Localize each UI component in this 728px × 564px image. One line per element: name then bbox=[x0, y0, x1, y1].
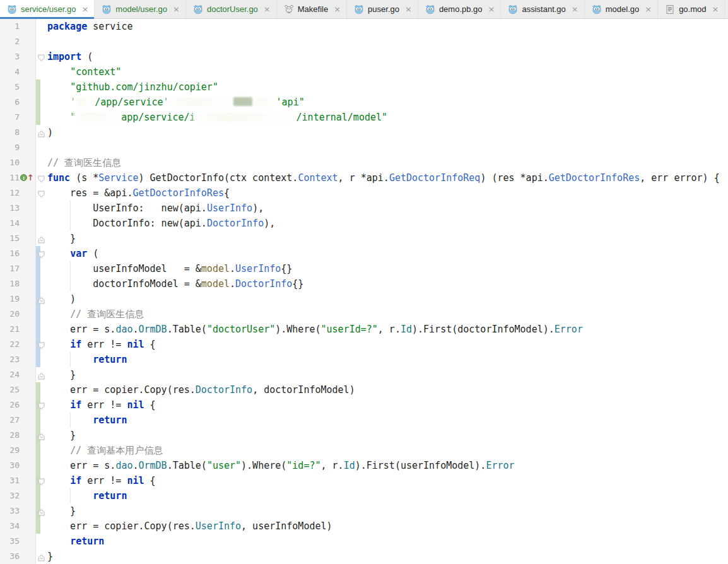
code-text[interactable]: UserInfo: new(api.UserInfo), bbox=[36, 201, 728, 216]
code-text[interactable]: doctorInfoModel = &model.DoctorInfo{} bbox=[36, 276, 728, 291]
code-line[interactable]: 22 if err != nil { bbox=[0, 337, 728, 352]
line-number[interactable]: 26 bbox=[0, 397, 20, 413]
code-line[interactable]: 16 var ( bbox=[0, 246, 728, 261]
line-number[interactable]: 7 bbox=[0, 110, 20, 125]
code-line[interactable]: 18 doctorInfoModel = &model.DoctorInfo{} bbox=[0, 276, 728, 291]
code-line[interactable]: 13 UserInfo: new(api.UserInfo), bbox=[0, 201, 728, 216]
line-number[interactable]: 36 bbox=[0, 549, 20, 564]
line-number[interactable]: 10 bbox=[0, 155, 20, 170]
overrides-up-arrow-icon[interactable]: ↑ bbox=[27, 173, 34, 182]
line-number[interactable]: 18 bbox=[0, 276, 20, 291]
code-line[interactable]: 24 } bbox=[0, 367, 728, 382]
tab-close-icon[interactable]: × bbox=[264, 5, 271, 13]
code-line[interactable]: 36} bbox=[0, 549, 728, 564]
code-text[interactable]: } bbox=[36, 549, 728, 564]
line-number[interactable]: 4 bbox=[0, 64, 20, 79]
tab-close-icon[interactable]: × bbox=[405, 5, 412, 13]
line-number[interactable]: 1 bbox=[0, 19, 20, 34]
code-text[interactable]: } bbox=[36, 367, 728, 382]
code-text[interactable]: "context" bbox=[36, 64, 728, 79]
code-text[interactable]: ) bbox=[36, 125, 728, 140]
code-text[interactable]: // 查询基本用户信息 bbox=[36, 443, 728, 458]
code-text[interactable]: DoctorInfo: new(api.DoctorInfo), bbox=[36, 216, 728, 231]
code-line[interactable]: 20 // 查询医生信息 bbox=[0, 307, 728, 322]
code-text[interactable]: err = copier.Copy(res.DoctorInfo, doctor… bbox=[36, 382, 728, 397]
code-text[interactable] bbox=[36, 34, 728, 49]
code-text[interactable]: err = copier.Copy(res.UserInfo, userInfo… bbox=[36, 519, 728, 534]
code-line[interactable]: 17 userInfoModel = &model.UserInfo{} bbox=[0, 261, 728, 276]
code-text[interactable]: ) bbox=[36, 291, 728, 307]
implements-interface-icon[interactable]: I bbox=[20, 174, 27, 181]
line-number[interactable]: 34 bbox=[0, 519, 20, 534]
line-number[interactable]: 21 bbox=[0, 322, 20, 337]
code-text[interactable]: // 查询医生信息 bbox=[36, 155, 728, 170]
line-number[interactable]: 22 bbox=[0, 337, 20, 352]
code-text[interactable]: "app/service/i/internal/model" bbox=[36, 110, 728, 125]
line-number[interactable]: 24 bbox=[0, 367, 20, 382]
line-number[interactable]: 3 bbox=[0, 49, 20, 64]
code-line[interactable]: 14 DoctorInfo: new(api.DoctorInfo), bbox=[0, 216, 728, 231]
line-number[interactable]: 35 bbox=[0, 534, 20, 549]
code-text[interactable]: package service bbox=[36, 19, 728, 34]
tab-demo-pb-go[interactable]: demo.pb.go× bbox=[418, 0, 501, 18]
code-line[interactable]: 10// 查询医生信息 bbox=[0, 155, 728, 170]
line-number[interactable]: 5 bbox=[0, 79, 20, 95]
code-text[interactable]: "github.com/jinzhu/copier" bbox=[36, 79, 728, 95]
code-line[interactable]: 7 "app/service/i/internal/model" bbox=[0, 110, 728, 125]
code-line[interactable]: 30 err = s.dao.OrmDB.Table("user").Where… bbox=[0, 458, 728, 473]
tab-model-user-go[interactable]: model/user.go× bbox=[94, 0, 185, 18]
tab-close-icon[interactable]: × bbox=[334, 5, 341, 13]
code-text[interactable]: var ( bbox=[36, 246, 728, 261]
line-number[interactable]: 25 bbox=[0, 382, 20, 397]
code-text[interactable]: // 查询医生信息 bbox=[36, 307, 728, 322]
code-text[interactable] bbox=[36, 140, 728, 155]
line-number[interactable]: 29 bbox=[0, 443, 20, 458]
line-number[interactable]: 14 bbox=[0, 216, 20, 231]
code-line[interactable]: 32 return bbox=[0, 488, 728, 503]
line-number[interactable]: 30 bbox=[0, 458, 20, 473]
line-number[interactable]: 27 bbox=[0, 413, 20, 428]
line-number[interactable]: 16 bbox=[0, 246, 20, 261]
code-line[interactable]: 29 // 查询基本用户信息 bbox=[0, 443, 728, 458]
code-line[interactable]: 1package service bbox=[0, 19, 728, 34]
tab-close-icon[interactable]: × bbox=[572, 5, 578, 13]
code-text[interactable]: if err != nil { bbox=[36, 337, 728, 352]
tab-assistant-go[interactable]: assistant.go× bbox=[500, 0, 584, 18]
tab-close-icon[interactable]: × bbox=[645, 5, 652, 13]
code-text[interactable]: return bbox=[36, 534, 728, 549]
tab-makefile[interactable]: Makefile× bbox=[276, 0, 346, 18]
code-text[interactable]: err = s.dao.OrmDB.Table("doctorUser").Wh… bbox=[36, 322, 728, 337]
code-line[interactable]: 27 return bbox=[0, 413, 728, 428]
code-line[interactable]: 4 "context" bbox=[0, 64, 728, 79]
line-number[interactable]: 28 bbox=[0, 428, 20, 443]
code-line[interactable]: 33 } bbox=[0, 503, 728, 519]
line-number[interactable]: 15 bbox=[0, 231, 20, 246]
tab-go-mod[interactable]: go.mod× bbox=[657, 0, 724, 18]
line-number[interactable]: 2 bbox=[0, 34, 20, 49]
line-number[interactable]: 23 bbox=[0, 352, 20, 367]
line-number[interactable]: 6 bbox=[0, 95, 20, 110]
code-line[interactable]: 11I↑func (s *Service) GetDoctorInfo(ctx … bbox=[0, 170, 728, 185]
line-number[interactable]: 11 bbox=[0, 170, 20, 185]
line-number[interactable]: 8 bbox=[0, 125, 20, 140]
line-number[interactable]: 33 bbox=[0, 503, 20, 519]
code-line[interactable]: 21 err = s.dao.OrmDB.Table("doctorUser")… bbox=[0, 322, 728, 337]
code-text[interactable]: return bbox=[36, 488, 728, 503]
code-text[interactable]: return bbox=[36, 352, 728, 367]
line-number[interactable]: 17 bbox=[0, 261, 20, 276]
code-line[interactable]: 8) bbox=[0, 125, 728, 140]
code-line[interactable]: 31 if err != nil { bbox=[0, 473, 728, 488]
code-line[interactable]: 15 } bbox=[0, 231, 728, 246]
code-text[interactable]: func (s *Service) GetDoctorInfo(ctx cont… bbox=[36, 170, 728, 185]
line-number[interactable]: 31 bbox=[0, 473, 20, 488]
code-text[interactable]: res = &api.GetDoctorInfoRes{ bbox=[36, 185, 728, 201]
code-line[interactable]: 6 '/app/service''api" bbox=[0, 95, 728, 110]
code-line[interactable]: 23 return bbox=[0, 352, 728, 367]
code-text[interactable]: if err != nil { bbox=[36, 473, 728, 488]
code-text[interactable]: '/app/service''api" bbox=[36, 95, 728, 110]
line-number[interactable]: 12 bbox=[0, 185, 20, 201]
line-number[interactable]: 13 bbox=[0, 201, 20, 216]
code-line[interactable]: 25 err = copier.Copy(res.DoctorInfo, doc… bbox=[0, 382, 728, 397]
line-number[interactable]: 19 bbox=[0, 291, 20, 307]
tab-close-icon[interactable]: × bbox=[81, 5, 88, 13]
